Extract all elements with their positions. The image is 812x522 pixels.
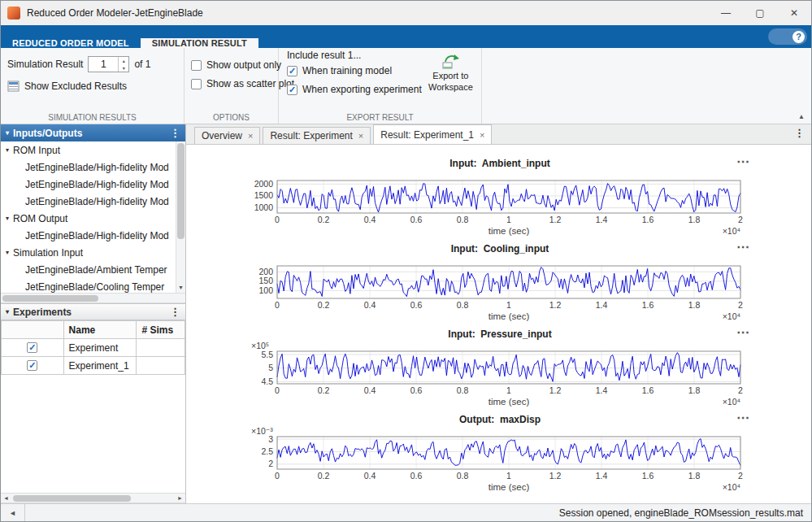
close-button[interactable]: ✕ (777, 1, 811, 25)
chart-canvas[interactable]: 4.555.500.20.40.60.811.21.41.61.82time (… (240, 341, 760, 410)
svg-text:1: 1 (506, 471, 511, 481)
panel-menu-icon[interactable]: ⋮ (170, 127, 180, 139)
svg-text:0.2: 0.2 (318, 471, 330, 481)
doc-tab-overview[interactable]: Overview× (194, 127, 260, 144)
tree-item[interactable]: JetEngineBlade/Ambient Temper (1, 261, 176, 278)
svg-text:5.5: 5.5 (261, 350, 273, 359)
close-tab-icon[interactable]: × (358, 131, 363, 141)
spinner-up-icon[interactable]: ▴ (119, 57, 128, 64)
tree-item[interactable]: JetEngineBlade/Cooling Temper (1, 278, 176, 293)
chart-block: Input: Pressure_input⋯4.555.500.20.40.60… (240, 328, 760, 412)
chevron-down-icon[interactable]: ▾ (6, 308, 9, 315)
option-checkbox-row[interactable]: Show as scatter plot (191, 78, 271, 89)
restore-panel-icon[interactable]: ◄ (1, 504, 25, 521)
tree-collapse-icon[interactable]: ▾ (6, 249, 9, 256)
scroll-right-icon[interactable]: ► (175, 494, 185, 502)
svg-text:1.8: 1.8 (688, 215, 701, 224)
doc-tab-result-experiment-1[interactable]: Result: Experiment_1× (373, 124, 492, 144)
panel-filler (1, 375, 185, 493)
svg-text:2: 2 (738, 300, 743, 310)
chevron-down-icon[interactable]: ▾ (6, 129, 9, 137)
svg-text:×10⁴: ×10⁴ (723, 397, 740, 407)
maximize-button[interactable]: ▢ (743, 1, 777, 25)
svg-text:0.6: 0.6 (410, 215, 423, 224)
table-column-header: # Sims (137, 321, 185, 339)
chart-menu-icon[interactable]: ⋯ (736, 239, 750, 254)
export-to-workspace-button[interactable]: Export to Workspace (423, 50, 478, 111)
experiments-title: Experiments (13, 307, 72, 318)
inputs-outputs-header[interactable]: ▾ Inputs/Outputs ⋮ (1, 124, 185, 141)
table-cell-checkbox: ✓ (2, 357, 64, 375)
svg-text:2: 2 (738, 215, 743, 224)
main-area: ▾ Inputs/Outputs ⋮ ▾ROM InputJetEngineBl… (1, 124, 811, 503)
checkbox[interactable] (191, 79, 202, 89)
simulation-result-spinner[interactable]: 1 ▴ ▾ (88, 56, 129, 72)
chart-menu-icon[interactable]: ⋯ (736, 154, 750, 169)
chart-canvas[interactable]: 10001500200000.20.40.60.811.21.41.61.82t… (240, 171, 760, 239)
scrollbar-thumb[interactable] (177, 143, 185, 239)
checkbox[interactable] (191, 60, 202, 71)
export-checkbox-row[interactable]: ✓When exporting experiment (287, 84, 422, 95)
tree-item[interactable]: ▾ROM Input (1, 141, 176, 159)
scrollbar-thumb[interactable] (2, 295, 98, 302)
close-tab-icon[interactable]: × (480, 130, 484, 140)
doc-tab-result-experiment[interactable]: Result: Experiment× (263, 127, 371, 144)
tree-collapse-icon[interactable]: ▾ (6, 215, 9, 222)
document-area: Overview×Result: Experiment×Result: Expe… (186, 124, 811, 503)
chart-canvas[interactable]: 10015020000.20.40.60.811.21.41.61.82time… (240, 256, 760, 324)
scroll-left-icon[interactable]: ◄ (1, 494, 11, 502)
checkbox[interactable]: ✓ (27, 360, 37, 371)
checkbox[interactable]: ✓ (287, 66, 297, 76)
show-excluded-results-button[interactable]: Show Excluded Results (7, 80, 177, 92)
svg-text:0.2: 0.2 (318, 300, 330, 310)
svg-text:1.8: 1.8 (688, 385, 701, 395)
spinner-down-icon[interactable]: ▾ (119, 64, 128, 72)
close-tab-icon[interactable]: × (248, 131, 253, 141)
table-row[interactable]: ✓Experiment (2, 339, 185, 357)
chart-menu-icon[interactable]: ⋯ (736, 324, 750, 340)
svg-text:0.4: 0.4 (364, 215, 376, 224)
help-button[interactable]: ? (768, 28, 807, 45)
panel-horizontal-scrollbar[interactable]: ◄ ► (1, 493, 185, 503)
svg-text:0.8: 0.8 (457, 385, 469, 395)
svg-text:0.2: 0.2 (318, 215, 330, 224)
table-row[interactable]: ✓Experiment_1 (2, 357, 185, 375)
collapse-toolstrip-icon[interactable]: ▲ (798, 114, 805, 120)
svg-text:1.6: 1.6 (642, 385, 654, 395)
export-checkbox-row[interactable]: ✓When training model (287, 65, 422, 76)
svg-text:1.6: 1.6 (642, 471, 654, 481)
svg-text:1: 1 (506, 385, 511, 395)
tree-horizontal-scrollbar[interactable] (1, 293, 185, 303)
document-menu-icon[interactable]: ⋮ (794, 127, 805, 139)
tree-item-label: JetEngineBlade/High-fidelity Mod (25, 162, 169, 173)
table-cell-sims (137, 339, 185, 357)
tree-item-label: ROM Output (13, 213, 67, 224)
tree-vertical-scrollbar[interactable]: ▼ (176, 141, 185, 293)
scrollbar-thumb[interactable] (13, 495, 131, 502)
tree-item[interactable]: ▾ROM Output (1, 210, 176, 227)
tree-item-label: JetEngineBlade/High-fidelity Mod (25, 230, 169, 241)
table-cell-checkbox: ✓ (2, 339, 64, 357)
tree-item-label: JetEngineBlade/High-fidelity Mod (25, 196, 169, 207)
chart-menu-icon[interactable]: ⋯ (736, 410, 750, 425)
checkbox[interactable]: ✓ (287, 85, 297, 95)
tree-item[interactable]: JetEngineBlade/High-fidelity Mod (1, 159, 176, 176)
tree-collapse-icon[interactable]: ▾ (6, 146, 9, 154)
simulation-result-value[interactable]: 1 (89, 57, 118, 72)
tree-item[interactable]: JetEngineBlade/High-fidelity Mod (1, 227, 176, 244)
svg-text:time (sec): time (sec) (489, 226, 530, 236)
chart-block: Output: maxDisp⋯22.5300.20.40.60.811.21.… (240, 414, 760, 498)
ribbon-tab-simulation-result[interactable]: SIMULATION RESULT (141, 38, 258, 48)
svg-text:1.2: 1.2 (549, 215, 562, 224)
panel-menu-icon[interactable]: ⋮ (170, 306, 180, 318)
tree-item[interactable]: ▾Simulation Input (1, 244, 176, 261)
tree-item[interactable]: JetEngineBlade/High-fidelity Mod (1, 176, 176, 193)
option-checkbox-row[interactable]: Show output only (191, 59, 271, 71)
ribbon-tab-reduced-order-model[interactable]: REDUCED ORDER MODEL (1, 38, 141, 48)
checkbox[interactable]: ✓ (27, 342, 37, 353)
experiments-header[interactable]: ▾ Experiments ⋮ (1, 303, 185, 320)
chart-canvas[interactable]: 22.5300.20.40.60.811.21.41.61.82time (se… (240, 427, 760, 495)
tree-item[interactable]: JetEngineBlade/High-fidelity Mod (1, 193, 176, 210)
scroll-down-icon[interactable]: ▼ (176, 282, 185, 293)
minimize-button[interactable]: — (709, 1, 743, 25)
